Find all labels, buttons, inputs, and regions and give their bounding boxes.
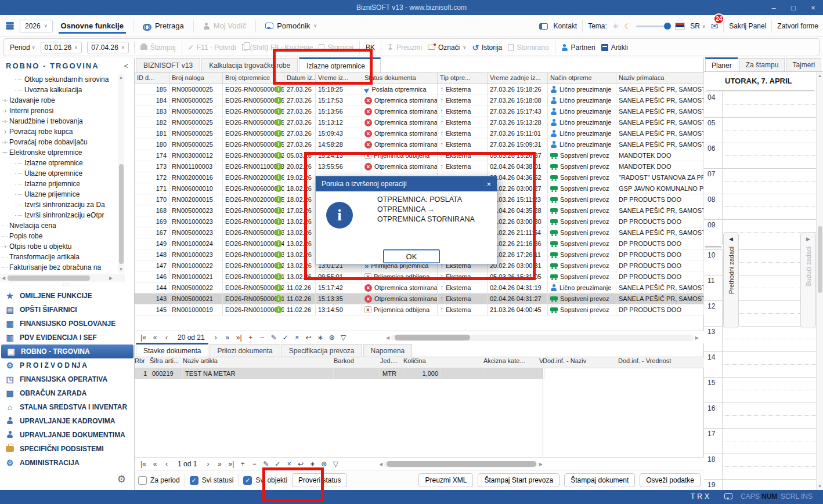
detail-tab-specifikacija-prevoza[interactable]: Specifikacija prevoza [281, 344, 362, 357]
tree-item[interactable]: Ulazne prijemnice [0, 189, 118, 200]
items-header-cell[interactable]: Rbr [135, 357, 150, 368]
tree-item[interactable]: Nivelacija cena [0, 220, 118, 231]
items-header-cell[interactable]: Akcizna kate... [483, 357, 539, 368]
proveri-status-button[interactable]: Proveri status [292, 473, 347, 487]
tab-biznisoft-v13[interactable]: BIZNISOFT v13 [136, 58, 200, 72]
scrollbar-track[interactable] [384, 461, 537, 467]
info-icon[interactable]: i [275, 196, 282, 203]
tree-item[interactable]: Popis robe [0, 231, 118, 241]
info-icon[interactable]: i [275, 262, 282, 269]
nav-button[interactable]: ✓ [280, 333, 291, 342]
grid-row[interactable]: 182RN005000025EO26-RN005000025-2i27.03.2… [135, 117, 704, 128]
tree-vertical-scrollbar[interactable]: ▲ ▼ [118, 74, 124, 273]
module-item-gears[interactable]: ⚙ADMINISTRACIJA [0, 456, 135, 470]
nav-button[interactable]: « [150, 460, 160, 468]
nav-button[interactable]: × [292, 333, 302, 342]
hour-row[interactable]: 12 [704, 300, 816, 326]
items-grid-row[interactable]: 1000219TEST NA METARMTR1,000 [135, 368, 543, 379]
grid-row[interactable]: 180RN005000025EO26-RN005000025i27.03.261… [135, 139, 704, 150]
info-icon[interactable]: i [275, 163, 282, 170]
tree-item[interactable]: ›Narudžbine i trebovanja [0, 116, 118, 126]
module-item-gear[interactable]: ⚙P R O I Z V O D NJ A [0, 358, 135, 372]
grid-header-cell[interactable]: Broj naloga [169, 73, 223, 84]
hour-row[interactable]: 05 [704, 117, 816, 143]
tree-item[interactable]: ›Izdavanje robe [0, 95, 118, 106]
maximize-button[interactable]: □ [784, 0, 803, 15]
module-item-person-gear[interactable]: UPRAVLJANJE DOKUMENTIMA [0, 428, 135, 442]
info-icon[interactable]: i [275, 119, 282, 126]
addinfo-header-cell[interactable]: Dod.inf. - Vrednost [618, 357, 704, 368]
toolbar-button-artikli[interactable]: Artikli [601, 43, 628, 52]
planner-tab-tajmeri[interactable]: Tajmeri [786, 58, 821, 71]
scroll-down-icon[interactable]: ▼ [817, 484, 823, 489]
nav-button[interactable]: ✎ [269, 333, 279, 342]
chat-icon[interactable] [724, 493, 732, 499]
hour-row[interactable]: 04 [704, 92, 816, 117]
module-item-calc[interactable]: ▩OBRAČUN ZARADA [0, 386, 135, 400]
info-icon[interactable]: i [275, 295, 282, 302]
dialog-title-bar[interactable]: Poruka o izvršenoj operaciji × [316, 176, 497, 191]
hour-row[interactable]: 06 [704, 143, 816, 168]
nav-button[interactable]: × [284, 460, 294, 468]
planner-splitter[interactable] [704, 245, 816, 249]
minimize-button[interactable]: – [764, 0, 784, 15]
module-item-briefcase[interactable]: SPECIFIČNI PODSISTEMI [0, 442, 135, 456]
future-tasks-tab[interactable]: ▶ Budući zadaci [800, 232, 816, 328]
scroll-up-icon[interactable]: ▲ [817, 73, 823, 78]
hour-row[interactable]: 19 [704, 479, 816, 490]
detail-tab-napomena[interactable]: Napomena [363, 344, 413, 357]
addinfo-header-cell[interactable]: Dod.inf. - Naziv [543, 357, 618, 368]
tree-item[interactable]: ›Povraćaj robe dobavljaču [0, 137, 118, 147]
grid-row[interactable]: 185RN005000025EO26-RN005000025-5i27.03.2… [135, 84, 704, 95]
tree-item[interactable]: Transformacije artikala [0, 252, 118, 262]
checkbox-icon[interactable] [138, 476, 147, 485]
nav-button[interactable]: » [222, 333, 233, 342]
detail-tab-stavke-dokumenta[interactable]: Stavke dokumenta [136, 343, 208, 357]
arrow-right-icon[interactable]: ▶ [806, 236, 810, 242]
chevron-right-icon[interactable]: › [2, 95, 8, 106]
scroll-left-icon[interactable]: ◀ [377, 462, 384, 467]
nav-button[interactable]: ‹ [161, 460, 172, 468]
preuzmi-xml-button[interactable]: Preuzmi XML [418, 473, 473, 487]
module-item-home[interactable]: ⌂STALNA SREDSTVA I INVENTAR [0, 400, 135, 414]
panel-splitter[interactable]: ∷∷ [0, 282, 135, 289]
nav-button[interactable]: » [214, 460, 225, 468]
grid-row[interactable]: 143RN005000021EO26-RN005000021i11.02.261… [135, 293, 704, 304]
tree-item[interactable]: Otkup sekundarnih sirovina [0, 74, 118, 85]
tree-item[interactable]: Izvrši sinhronizaciju za Da [0, 200, 118, 210]
info-icon[interactable]: i [275, 306, 282, 313]
hour-row[interactable]: 08 [704, 194, 816, 219]
items-header-cell[interactable]: Šifra arti... [150, 357, 183, 368]
nav-button[interactable]: › [203, 460, 213, 468]
date-from-input[interactable]: 01.01.26 ∨ [41, 42, 82, 53]
module-item-book[interactable]: ▤OPŠTI ŠIFARNICI [0, 303, 135, 317]
scroll-right-icon[interactable]: ▶ [694, 335, 701, 340]
info-icon[interactable]: i [275, 174, 282, 181]
grid-row[interactable]: 145RN001000019EO26-RN001000019i11.02.261… [135, 304, 704, 316]
menu-item-osnovne-funkcije[interactable]: Osnovne funkcije [59, 18, 126, 34]
tree-item[interactable]: Uvozna kalkulacija [0, 85, 118, 95]
tree-item[interactable]: Izlazne otpremnice [0, 158, 118, 168]
nav-button[interactable]: ↩ [304, 333, 314, 342]
nav-button[interactable]: ⊛ [319, 460, 329, 468]
info-icon[interactable]: i [275, 207, 282, 214]
planner-scrollbar[interactable]: ▲ ▼ [816, 72, 823, 490]
module-item-star[interactable]: ★OMILJENE FUNKCIJE [0, 289, 135, 303]
tree-item[interactable]: Izlazne prijemnice [0, 179, 118, 189]
nav-button[interactable]: |« [138, 460, 149, 468]
info-icon[interactable]: i [275, 108, 282, 115]
sun-icon[interactable]: ☀ [612, 22, 619, 31]
chevron-right-icon[interactable]: › [2, 241, 8, 252]
prev-tasks-tab[interactable]: ◀ Prethodni zadaci [723, 232, 739, 328]
tab-kalkulacija-trgova-ke-robe[interactable]: Kalkulacija trgovačke robe [201, 58, 298, 72]
planner-tab-planer[interactable]: Planer [705, 57, 738, 71]
checkbox-icon[interactable]: ✓ [190, 476, 198, 485]
grid-header-cell[interactable]: Broj otpremnice [223, 73, 284, 84]
grid-header-cell[interactable]: ID d... [135, 73, 169, 84]
info-icon[interactable]: i [275, 251, 282, 258]
nav-button[interactable]: › [211, 333, 221, 342]
tab-izlazne-otpremnice[interactable]: Izlazne otpremnice× [299, 57, 381, 72]
moon-icon[interactable]: ☾ [625, 22, 631, 31]
toolbar-button-ozna-i[interactable]: Označi∨ [428, 43, 466, 52]
scrollbar-track[interactable] [391, 335, 694, 341]
